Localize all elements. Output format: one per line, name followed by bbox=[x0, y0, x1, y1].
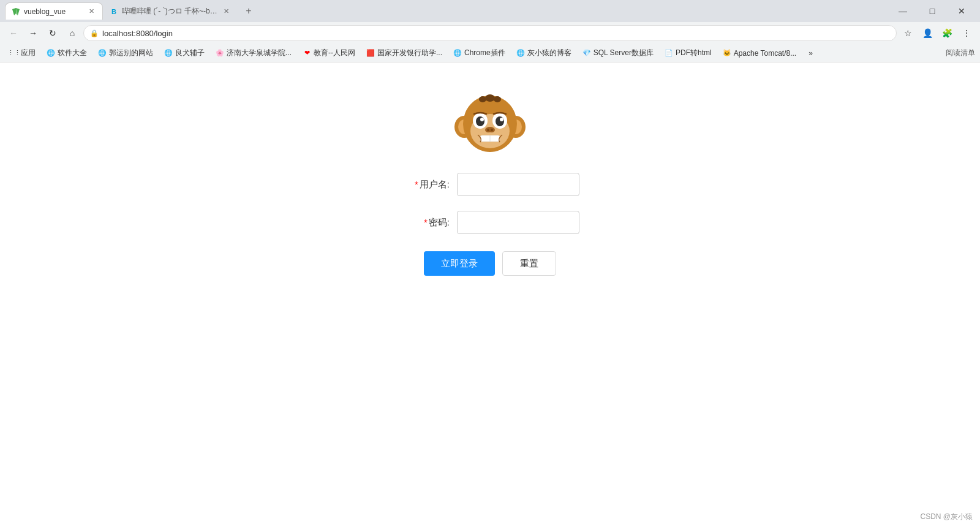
lock-icon: 🔒 bbox=[90, 29, 99, 37]
form-buttons: 立即登录 重置 bbox=[424, 251, 556, 276]
title-bar: vueblog_vue ✕ B 哔哩哔哩 (´- `)つロ 千杯~-bili..… bbox=[0, 0, 980, 22]
bookmark-sqlserver[interactable]: 💎 SQL Server数据库 bbox=[578, 47, 658, 60]
huixiaoyuan-icon: 🌐 bbox=[516, 49, 525, 58]
tab-bilibili[interactable]: B 哔哩哔哩 (´- `)つロ 千杯~-bili... ✕ bbox=[103, 2, 238, 20]
minimize-button[interactable]: — bbox=[889, 0, 916, 22]
sqlserver-icon: 💎 bbox=[582, 49, 591, 58]
jinan-icon: 🌸 bbox=[216, 49, 224, 58]
tab-favicon-vueblog bbox=[12, 7, 20, 16]
apps-icon: ⋮⋮ bbox=[10, 49, 18, 58]
reload-button[interactable]: ↻ bbox=[44, 25, 61, 42]
bookmark-jinan-label: 济南大学泉城学院... bbox=[227, 48, 292, 58]
new-tab-button[interactable]: + bbox=[240, 2, 257, 20]
extensions-button[interactable]: 🧩 bbox=[938, 25, 956, 42]
bookmark-huixiaoyuan[interactable]: 🌐 灰小猿的博客 bbox=[511, 47, 576, 60]
bookmark-sqlserver-label: SQL Server数据库 bbox=[594, 48, 654, 58]
bookmark-star-button[interactable]: ☆ bbox=[899, 25, 916, 42]
tab-close-vueblog[interactable]: ✕ bbox=[86, 7, 96, 17]
bookmark-guojia-label: 国家开发银行助学... bbox=[377, 48, 442, 58]
jiaoyu-icon: ❤ bbox=[303, 49, 311, 58]
svg-point-6 bbox=[485, 94, 495, 102]
home-button[interactable]: ⌂ bbox=[64, 25, 81, 42]
bookmark-tomcat-label: Apache Tomcat/8... bbox=[734, 49, 797, 58]
close-button[interactable]: ✕ bbox=[948, 0, 975, 22]
reset-button[interactable]: 重置 bbox=[502, 251, 556, 276]
software-icon: 🌐 bbox=[47, 49, 55, 58]
login-button[interactable]: 立即登录 bbox=[424, 251, 495, 276]
password-row: *密码: bbox=[401, 211, 579, 234]
tab-title-bilibili: 哔哩哔哩 (´- `)つロ 千杯~-bili... bbox=[122, 6, 217, 17]
bookmark-guojia[interactable]: 🟥 国家开发银行助学... bbox=[361, 47, 447, 60]
tab-favicon-bilibili: B bbox=[110, 7, 118, 16]
bookmark-software-label: 软件大全 bbox=[58, 48, 87, 58]
svg-point-15 bbox=[485, 127, 495, 133]
password-required-star: * bbox=[424, 217, 428, 227]
login-form: *用户名: *密码: 立即登录 重置 bbox=[401, 173, 579, 276]
username-row: *用户名: bbox=[401, 173, 579, 196]
bookmark-software[interactable]: 🌐 软件大全 bbox=[42, 47, 92, 60]
address-actions: ☆ 👤 🧩 ⋮ bbox=[899, 25, 975, 42]
tab-vueblog[interactable]: vueblog_vue ✕ bbox=[5, 2, 103, 20]
bookmark-liangquan[interactable]: 🌐 良犬辅子 bbox=[159, 47, 209, 60]
monkey-avatar bbox=[453, 87, 527, 161]
svg-point-7 bbox=[479, 96, 486, 102]
menu-button[interactable]: ⋮ bbox=[958, 25, 975, 42]
svg-point-8 bbox=[494, 96, 501, 102]
svg-point-13 bbox=[480, 118, 484, 121]
bookmark-apps[interactable]: ⋮⋮ 应用 bbox=[5, 47, 40, 60]
bookmark-guo-label: 郭运别的网站 bbox=[109, 48, 153, 58]
liangquan-icon: 🌐 bbox=[164, 49, 173, 58]
pdf-icon: 📄 bbox=[665, 49, 673, 58]
username-required-star: * bbox=[415, 179, 418, 189]
bookmark-apps-label: 应用 bbox=[21, 48, 36, 58]
bookmark-pdf[interactable]: 📄 PDF转html bbox=[660, 47, 717, 60]
maximize-button[interactable]: □ bbox=[919, 0, 946, 22]
tomcat-icon: 🐱 bbox=[723, 49, 731, 58]
bookmarks-bar: ⋮⋮ 应用 🌐 软件大全 🌐 郭运别的网站 🌐 良犬辅子 🌸 济南大学泉城学院.… bbox=[0, 44, 980, 63]
tabs-area: vueblog_vue ✕ B 哔哩哔哩 (´- `)つロ 千杯~-bili..… bbox=[5, 2, 887, 20]
guo-icon: 🌐 bbox=[98, 49, 107, 58]
svg-point-17 bbox=[491, 129, 493, 131]
bookmark-jinan[interactable]: 🌸 济南大学泉城学院... bbox=[211, 47, 296, 60]
address-text: localhost:8080/login bbox=[102, 29, 890, 38]
svg-point-16 bbox=[487, 129, 489, 131]
tab-title-vueblog: vueblog_vue bbox=[24, 7, 83, 16]
guojia-icon: 🟥 bbox=[366, 49, 375, 58]
address-bar: ← → ↻ ⌂ 🔒 localhost:8080/login ☆ 👤 🧩 ⋮ bbox=[0, 22, 980, 44]
reading-list-label: 阅读清单 bbox=[946, 48, 975, 58]
bookmark-jiaoyu[interactable]: ❤ 教育--人民网 bbox=[298, 47, 360, 60]
bookmark-liangquan-label: 良犬辅子 bbox=[175, 48, 205, 58]
reading-list-button[interactable]: 阅读清单 bbox=[946, 48, 975, 58]
svg-point-14 bbox=[500, 118, 503, 121]
address-bar-input-wrap[interactable]: 🔒 localhost:8080/login bbox=[83, 25, 897, 41]
bookmark-chrome-label: Chrome插件 bbox=[464, 48, 505, 58]
bookmark-guo[interactable]: 🌐 郭运别的网站 bbox=[93, 47, 158, 60]
bookmark-chrome[interactable]: 🌐 Chrome插件 bbox=[448, 47, 510, 60]
bookmark-jiaoyu-label: 教育--人民网 bbox=[314, 48, 355, 58]
svg-point-11 bbox=[476, 116, 484, 126]
back-button[interactable]: ← bbox=[5, 25, 22, 42]
forward-button[interactable]: → bbox=[24, 25, 42, 42]
window-controls: — □ ✕ bbox=[889, 0, 975, 22]
username-label: *用户名: bbox=[401, 179, 450, 191]
svg-point-12 bbox=[496, 116, 504, 126]
footer-watermark: CSDN @灰小猿 bbox=[920, 512, 973, 522]
tab-close-bilibili[interactable]: ✕ bbox=[221, 7, 231, 17]
username-input[interactable] bbox=[457, 173, 579, 196]
bookmark-pdf-label: PDF转html bbox=[676, 48, 712, 58]
bookmarks-more-button[interactable]: » bbox=[804, 47, 818, 60]
bookmark-tomcat[interactable]: 🐱 Apache Tomcat/8... bbox=[718, 47, 802, 60]
page-content: *用户名: *密码: 立即登录 重置 bbox=[0, 63, 980, 527]
chrome-icon: 🌐 bbox=[453, 49, 462, 58]
password-input[interactable] bbox=[457, 211, 579, 234]
profile-button[interactable]: 👤 bbox=[919, 25, 936, 42]
bookmark-huixiaoyuan-label: 灰小猿的博客 bbox=[527, 48, 571, 58]
password-label: *密码: bbox=[401, 217, 450, 229]
